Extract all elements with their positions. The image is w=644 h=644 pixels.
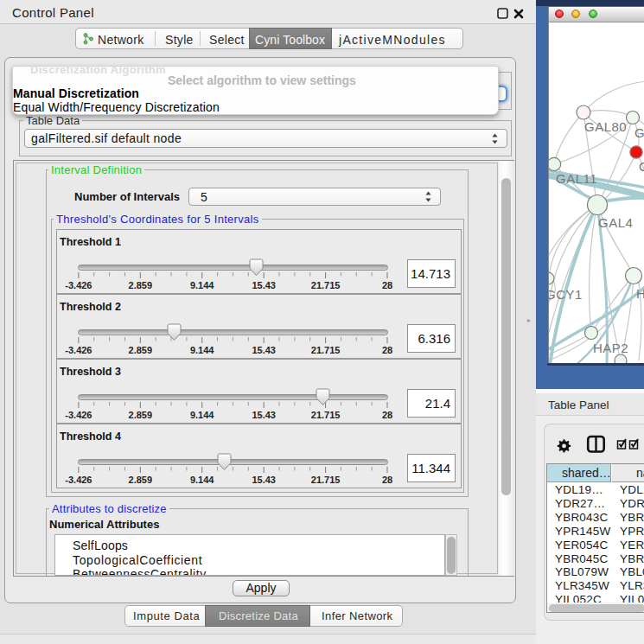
svg-text:GCY1: GCY1: [549, 287, 583, 302]
svg-text:GA: GA: [634, 125, 644, 140]
svg-text:H: H: [636, 286, 644, 301]
svg-text:GAL80: GAL80: [584, 119, 627, 134]
svg-text:GAL4: GAL4: [598, 215, 633, 230]
svg-text:C: C: [639, 159, 644, 174]
svg-text:GAL11: GAL11: [556, 171, 597, 186]
svg-text:HAP2: HAP2: [593, 341, 628, 355]
